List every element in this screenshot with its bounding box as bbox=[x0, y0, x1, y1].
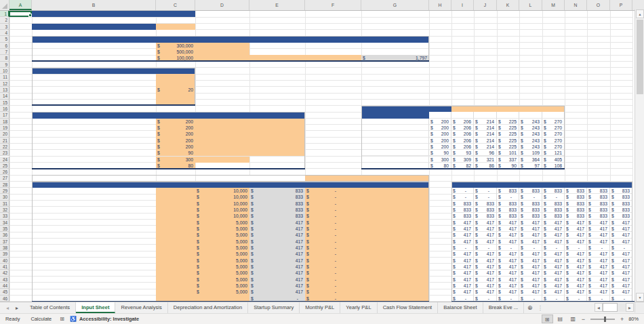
monthly-amount[interactable]: $833 bbox=[610, 213, 632, 219]
month-header[interactable] bbox=[587, 182, 610, 188]
service-price[interactable]: $90 bbox=[156, 150, 195, 156]
investment-header[interactable] bbox=[195, 36, 249, 42]
monthly-salary[interactable]: $833 bbox=[249, 188, 305, 194]
employee-department[interactable] bbox=[156, 188, 195, 194]
benefits[interactable]: $- bbox=[305, 277, 361, 283]
monthly-amount[interactable]: $833 bbox=[497, 188, 519, 194]
growth-rate[interactable] bbox=[474, 106, 497, 112]
monthly-amount[interactable]: $- bbox=[474, 194, 497, 200]
monthly-amount[interactable]: $417 bbox=[497, 270, 519, 276]
monthly-amount[interactable]: $833 bbox=[497, 201, 519, 207]
assumption-value[interactable] bbox=[156, 93, 195, 99]
monthly-amount[interactable]: $417 bbox=[451, 264, 474, 270]
price-growth-value[interactable]: $225 bbox=[497, 144, 519, 150]
price-growth-value[interactable]: $206 bbox=[451, 144, 474, 150]
hire-month[interactable] bbox=[361, 264, 429, 270]
monthly-salary[interactable]: $417 bbox=[249, 245, 305, 251]
growth-rate[interactable] bbox=[451, 106, 474, 112]
price-growth-value[interactable]: $200 bbox=[429, 119, 451, 125]
column-header-A[interactable]: A bbox=[9, 0, 32, 10]
monthly-amount[interactable]: $417 bbox=[519, 226, 542, 232]
monthly-amount[interactable]: $417 bbox=[565, 283, 587, 289]
monthly-amount[interactable]: $417 bbox=[519, 264, 542, 270]
price-growth-value[interactable]: $214 bbox=[474, 125, 497, 131]
monthly-amount[interactable]: $417 bbox=[497, 251, 519, 257]
column-header-E[interactable]: E bbox=[249, 0, 305, 10]
monthly-amount[interactable]: $417 bbox=[542, 220, 565, 226]
benefits[interactable]: $- bbox=[305, 270, 361, 276]
investment-header[interactable] bbox=[305, 36, 361, 42]
monthly-amount[interactable]: $833 bbox=[497, 213, 519, 219]
payroll-title[interactable] bbox=[32, 175, 156, 181]
investment-amount[interactable]: $500,000 bbox=[156, 49, 195, 55]
employee-position[interactable] bbox=[32, 194, 156, 200]
tab-nav-left-icon[interactable]: ◂ bbox=[3, 305, 12, 311]
calculate-button[interactable]: Calculate bbox=[25, 316, 57, 322]
service-price[interactable]: $80 bbox=[156, 163, 195, 169]
tab-monthly-p-l[interactable]: Monthly P&L bbox=[300, 302, 340, 313]
benefits[interactable]: $- bbox=[305, 245, 361, 251]
row-header-26[interactable]: 26 bbox=[0, 169, 9, 175]
assumption-label[interactable] bbox=[32, 87, 156, 93]
monthly-amount[interactable]: $417 bbox=[451, 283, 474, 289]
payroll-header[interactable] bbox=[305, 182, 361, 188]
employee-position[interactable] bbox=[32, 201, 156, 207]
monthly-amount[interactable]: $- bbox=[587, 296, 610, 302]
monthly-amount[interactable]: $- bbox=[519, 245, 542, 251]
tab-yearly-p-l[interactable]: Yearly P&L bbox=[340, 302, 377, 313]
price-growth-value[interactable]: $405 bbox=[542, 157, 565, 163]
price-growth-service[interactable] bbox=[361, 138, 429, 144]
benefits[interactable]: $- bbox=[305, 296, 361, 302]
scroll-up-icon[interactable]: ▲ bbox=[636, 9, 644, 18]
scroll-down-icon[interactable]: ▼ bbox=[636, 293, 644, 302]
service-price[interactable]: $200 bbox=[156, 144, 195, 150]
employee-department[interactable] bbox=[156, 258, 195, 264]
monthly-amount[interactable]: $833 bbox=[610, 194, 632, 200]
assumption-label[interactable] bbox=[32, 74, 156, 80]
service-visits[interactable] bbox=[249, 131, 305, 137]
row-header-13[interactable]: 13 bbox=[0, 87, 9, 93]
row-header-9[interactable]: 9 bbox=[0, 62, 9, 68]
monthly-amount[interactable]: $417 bbox=[565, 289, 587, 295]
benefits[interactable]: $- bbox=[305, 264, 361, 270]
price-growth-value[interactable]: $225 bbox=[497, 131, 519, 137]
monthly-amount[interactable]: $833 bbox=[519, 207, 542, 213]
start-date-label[interactable] bbox=[32, 24, 156, 30]
monthly-amount[interactable]: $833 bbox=[587, 201, 610, 207]
price-growth-service[interactable] bbox=[361, 119, 429, 125]
zoom-slider[interactable] bbox=[590, 319, 615, 320]
annual-salary[interactable]: $5,000 bbox=[195, 220, 249, 226]
column-header-B[interactable]: B bbox=[32, 0, 156, 10]
monthly-salary[interactable]: $417 bbox=[249, 283, 305, 289]
price-growth-service[interactable] bbox=[361, 144, 429, 150]
row-header-31[interactable]: 31 bbox=[0, 201, 9, 207]
row-index-number[interactable] bbox=[305, 131, 361, 137]
monthly-amount[interactable]: $417 bbox=[587, 220, 610, 226]
monthly-salary[interactable]: $833 bbox=[249, 207, 305, 213]
growth-rate[interactable] bbox=[542, 106, 565, 112]
salary-increase-label[interactable] bbox=[239, 175, 305, 181]
row-header-27[interactable]: 27 bbox=[0, 175, 9, 181]
monthly-salary[interactable]: $417 bbox=[249, 232, 305, 238]
monthly-amount[interactable]: $417 bbox=[610, 220, 632, 226]
monthly-amount[interactable]: $417 bbox=[587, 283, 610, 289]
row-header-34[interactable]: 34 bbox=[0, 220, 9, 226]
annual-salary[interactable]: $5,000 bbox=[195, 283, 249, 289]
row-header-38[interactable]: 38 bbox=[0, 245, 9, 251]
monthly-amount[interactable]: $417 bbox=[497, 226, 519, 232]
column-header-K[interactable]: K bbox=[497, 0, 519, 10]
monthly-amount[interactable]: $417 bbox=[497, 264, 519, 270]
year-header[interactable] bbox=[497, 112, 519, 118]
row-header-39[interactable]: 39 bbox=[0, 251, 9, 257]
row-header-35[interactable]: 35 bbox=[0, 226, 9, 232]
employee-position[interactable] bbox=[32, 258, 156, 264]
row-header-21[interactable]: 21 bbox=[0, 138, 9, 144]
monthly-amount[interactable]: $417 bbox=[474, 239, 497, 245]
employee-department[interactable] bbox=[156, 277, 195, 283]
monthly-amount[interactable]: $417 bbox=[451, 270, 474, 276]
monthly-amount[interactable]: $- bbox=[542, 245, 565, 251]
row-header-37[interactable]: 37 bbox=[0, 239, 9, 245]
monthly-amount[interactable]: $833 bbox=[565, 194, 587, 200]
monthly-amount[interactable]: $417 bbox=[610, 226, 632, 232]
row-header-14[interactable]: 14 bbox=[0, 93, 9, 99]
